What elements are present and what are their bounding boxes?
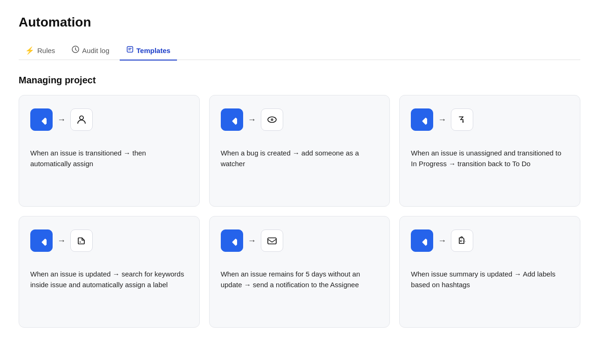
template-card-4[interactable]: → When an issue is updated → search for … <box>19 216 200 328</box>
rules-icon: ⚡ <box>25 46 34 55</box>
card-4-icons: → <box>30 229 188 252</box>
template-card-5[interactable]: → When an issue remains for 5 days witho… <box>209 216 390 328</box>
svg-point-13 <box>80 242 81 243</box>
action-icon-6 <box>451 229 473 252</box>
card-1-icons: → <box>30 108 188 131</box>
trigger-icon-6 <box>411 229 433 252</box>
templates-icon <box>126 46 134 55</box>
audit-log-icon <box>72 46 79 55</box>
arrow-icon-6: → <box>438 236 446 246</box>
card-2-text: When a bug is created → add someone as a… <box>221 148 379 169</box>
trigger-icon-3 <box>411 108 433 131</box>
svg-point-9 <box>272 119 272 120</box>
arrow-icon-5: → <box>248 236 256 246</box>
template-card-1[interactable]: → When an issue is transitioned → then a… <box>19 95 200 207</box>
card-6-text: When issue summary is updated → Add labe… <box>411 269 569 290</box>
trigger-icon-4 <box>30 229 53 252</box>
section-title: Managing project <box>19 75 580 86</box>
trigger-icon-5 <box>221 229 243 252</box>
template-card-3[interactable]: → When an issue is unassigned and transi… <box>399 95 580 207</box>
automation-page: Automation ⚡ Rules Audit log <box>0 0 599 346</box>
tab-audit-log-label: Audit log <box>82 47 109 54</box>
card-6-icons: → <box>411 229 569 252</box>
card-3-icons: → <box>411 108 569 131</box>
tabs-bar: ⚡ Rules Audit log Templates <box>19 41 580 60</box>
cards-grid: → When an issue is transitioned → then a… <box>19 95 580 328</box>
svg-rect-16 <box>422 238 427 246</box>
tab-rules-label: Rules <box>37 47 55 54</box>
card-2-icons: → <box>221 108 379 131</box>
card-1-text: When an issue is transitioned → then aut… <box>30 148 188 169</box>
svg-rect-12 <box>41 238 47 246</box>
svg-rect-10 <box>422 117 427 125</box>
svg-point-11 <box>463 121 464 123</box>
tab-templates[interactable]: Templates <box>120 41 177 61</box>
arrow-icon-2: → <box>248 115 256 125</box>
card-4-text: When an issue is updated → search for ke… <box>30 269 188 290</box>
template-card-2[interactable]: → When a bug is created → add someone as… <box>209 95 390 207</box>
action-icon-3 <box>451 108 473 131</box>
action-icon-5 <box>261 229 283 252</box>
trigger-icon-2 <box>221 108 243 131</box>
card-5-icons: → <box>221 229 379 252</box>
tab-templates-label: Templates <box>136 47 170 54</box>
card-3-text: When an issue is unassigned and transiti… <box>411 148 569 169</box>
svg-point-5 <box>80 116 83 120</box>
trigger-icon-1 <box>30 108 53 131</box>
svg-rect-4 <box>41 117 47 125</box>
action-icon-1 <box>70 108 93 131</box>
tab-rules[interactable]: ⚡ Rules <box>19 41 61 61</box>
action-icon-4 <box>70 229 93 252</box>
svg-point-17 <box>460 241 462 242</box>
svg-rect-6 <box>232 117 237 125</box>
arrow-icon-1: → <box>57 115 66 125</box>
svg-rect-15 <box>268 238 276 244</box>
tab-audit-log[interactable]: Audit log <box>65 41 116 61</box>
svg-rect-14 <box>232 238 237 246</box>
card-5-text: When an issue remains for 5 days without… <box>221 269 379 290</box>
svg-rect-1 <box>127 47 133 52</box>
arrow-icon-3: → <box>438 115 446 125</box>
page-title: Automation <box>19 15 580 30</box>
template-card-6[interactable]: → When issue summary is updated → Add la… <box>399 216 580 328</box>
arrow-icon-4: → <box>57 236 66 246</box>
action-icon-2 <box>261 108 283 131</box>
